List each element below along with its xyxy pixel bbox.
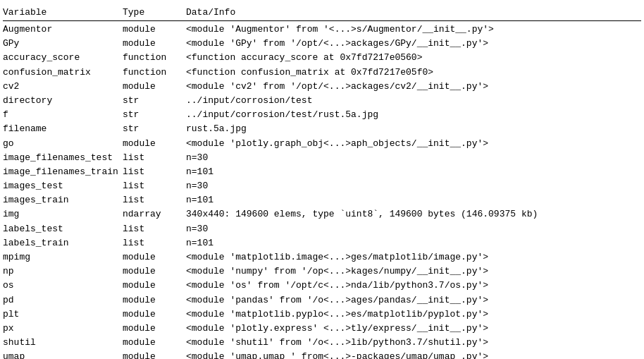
cell-type: function xyxy=(123,51,186,64)
cell-type: list xyxy=(123,166,186,178)
cell-data: <module 'pandas' from '/o<...>ages/panda… xyxy=(186,294,641,307)
table-row: umapmodule<module 'umap.umap_' from<...>… xyxy=(3,350,641,359)
cell-type: module xyxy=(123,322,186,335)
cell-type: module xyxy=(123,251,186,264)
cell-type: module xyxy=(123,279,186,292)
cell-variable: labels_test xyxy=(3,223,123,236)
table-row: gomodule<module 'plotly.graph_obj<...>ap… xyxy=(3,137,641,151)
cell-variable: px xyxy=(3,322,123,335)
cell-data: rust.5a.jpg xyxy=(186,123,641,135)
table-row: pltmodule<module 'matplotlib.pyplo<...>e… xyxy=(3,308,641,322)
cell-data: <module 'shutil' from '/o<...>lib/python… xyxy=(186,336,641,349)
table-row: fstr../input/corrosion/test/rust.5a.jpg xyxy=(3,108,641,122)
cell-variable: cv2 xyxy=(3,80,123,93)
cell-variable: labels_train xyxy=(3,237,123,250)
cell-variable: images_test xyxy=(3,180,123,193)
cell-type: str xyxy=(123,95,186,107)
cell-variable: filename xyxy=(3,123,123,135)
table-row: mpimgmodule<module 'matplotlib.image<...… xyxy=(3,250,641,264)
table-row: labels_testlistn=30 xyxy=(3,222,641,236)
variable-explorer-table: Variable Type Data/Info Augmentormodule<… xyxy=(3,6,641,359)
cell-data: n=101 xyxy=(186,237,641,250)
cell-type: module xyxy=(123,351,186,359)
cell-data: <module 'Augmentor' from '<...>s/Augment… xyxy=(186,23,641,36)
table-row: pxmodule<module 'plotly.express' <...>tl… xyxy=(3,322,641,336)
cell-data: 340x440: 149600 elems, type `uint8`, 149… xyxy=(186,208,641,221)
cell-variable: go xyxy=(3,138,123,150)
cell-variable: confusion_matrix xyxy=(3,66,123,79)
table-row: npmodule<module 'numpy' from '/op<...>ka… xyxy=(3,264,641,279)
cell-variable: image_filenames_test xyxy=(3,152,123,164)
cell-type: list xyxy=(123,223,186,236)
table-row: directorystr../input/corrosion/test xyxy=(3,94,641,108)
table-row: accuracy_scorefunction<function accuracy… xyxy=(3,51,641,65)
cell-data: <module 'plotly.graph_obj<...>aph_object… xyxy=(186,138,641,150)
table-row: filenamestrrust.5a.jpg xyxy=(3,122,641,136)
cell-type: list xyxy=(123,194,186,207)
header-variable: Variable xyxy=(3,7,123,18)
cell-variable: plt xyxy=(3,308,123,321)
table-body: Augmentormodule<module 'Augmentor' from … xyxy=(3,23,641,359)
cell-type: str xyxy=(123,109,186,121)
table-row: Augmentormodule<module 'Augmentor' from … xyxy=(3,23,641,37)
cell-data: <function accuracy_score at 0x7fd7217e05… xyxy=(186,51,641,64)
cell-type: module xyxy=(123,138,186,150)
cell-data: <module 'GPy' from '/opt/<...>ackages/GP… xyxy=(186,37,641,50)
cell-type: module xyxy=(123,336,186,349)
cell-type: module xyxy=(123,23,186,36)
cell-data: <module 'cv2' from '/opt/<...>ackages/cv… xyxy=(186,80,641,93)
cell-variable: accuracy_score xyxy=(3,51,123,64)
table-row: cv2module<module 'cv2' from '/opt/<...>a… xyxy=(3,80,641,94)
cell-data: <module 'umap.umap_' from<...>-packages/… xyxy=(186,351,641,359)
cell-type: module xyxy=(123,37,186,50)
cell-type: list xyxy=(123,237,186,250)
cell-type: module xyxy=(123,80,186,93)
cell-data: <module 'numpy' from '/op<...>kages/nump… xyxy=(186,265,641,278)
cell-data: ../input/corrosion/test/rust.5a.jpg xyxy=(186,109,641,121)
table-row: pdmodule<module 'pandas' from '/o<...>ag… xyxy=(3,293,641,308)
cell-data: n=30 xyxy=(186,223,641,236)
table-row: confusion_matrixfunction<function confus… xyxy=(3,66,641,80)
cell-data: <module 'os' from '/opt/c<...>nda/lib/py… xyxy=(186,279,641,292)
table-row: shutilmodule<module 'shutil' from '/o<..… xyxy=(3,336,641,350)
cell-type: module xyxy=(123,308,186,321)
cell-variable: mpimg xyxy=(3,251,123,264)
cell-variable: directory xyxy=(3,95,123,107)
table-row: images_testlistn=30 xyxy=(3,179,641,193)
cell-data: <module 'plotly.express' <...>tly/expres… xyxy=(186,322,641,335)
cell-type: module xyxy=(123,265,186,278)
cell-data: ../input/corrosion/test xyxy=(186,95,641,107)
cell-data: <function confusion_matrix at 0x7fd7217e… xyxy=(186,66,641,79)
cell-data: <module 'matplotlib.pyplo<...>es/matplot… xyxy=(186,308,641,321)
header-type: Type xyxy=(123,7,186,18)
header-divider xyxy=(3,20,641,21)
cell-variable: Augmentor xyxy=(3,23,123,36)
cell-variable: img xyxy=(3,208,123,221)
cell-variable: images_train xyxy=(3,194,123,207)
cell-data: <module 'matplotlib.image<...>ges/matplo… xyxy=(186,251,641,264)
cell-data: n=101 xyxy=(186,194,641,207)
cell-type: str xyxy=(123,123,186,135)
cell-variable: shutil xyxy=(3,336,123,349)
header-data: Data/Info xyxy=(186,7,641,18)
cell-type: list xyxy=(123,152,186,164)
cell-variable: GPy xyxy=(3,37,123,50)
table-row: osmodule<module 'os' from '/opt/c<...>nd… xyxy=(3,279,641,293)
cell-variable: image_filenames_train xyxy=(3,166,123,178)
cell-variable: f xyxy=(3,109,123,121)
cell-type: list xyxy=(123,180,186,193)
table-row: image_filenames_trainlistn=101 xyxy=(3,165,641,179)
cell-data: n=30 xyxy=(186,152,641,164)
cell-type: ndarray xyxy=(123,208,186,221)
table-row: labels_trainlistn=101 xyxy=(3,236,641,250)
cell-data: n=101 xyxy=(186,166,641,178)
cell-variable: os xyxy=(3,279,123,292)
cell-type: module xyxy=(123,294,186,307)
cell-type: function xyxy=(123,66,186,79)
table-row: GPymodule<module 'GPy' from '/opt/<...>a… xyxy=(3,37,641,51)
table-row: imgndarray340x440: 149600 elems, type `u… xyxy=(3,207,641,221)
cell-data: n=30 xyxy=(186,180,641,193)
table-row: image_filenames_testlistn=30 xyxy=(3,151,641,165)
cell-variable: umap xyxy=(3,351,123,359)
table-header: Variable Type Data/Info xyxy=(3,6,641,19)
